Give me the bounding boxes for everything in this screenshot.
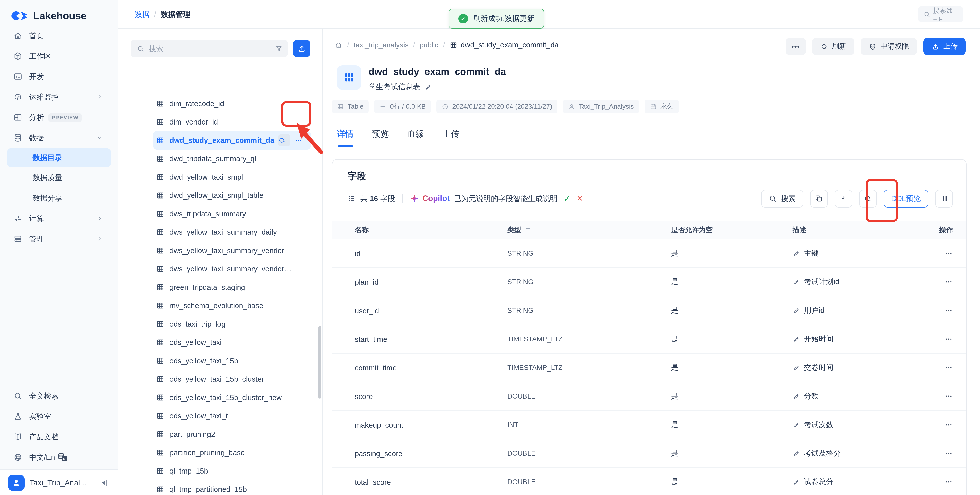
table-list-item[interactable]: dwd_yellow_taxi_smpl_table	[153, 186, 311, 205]
explorer-search-box[interactable]	[130, 40, 288, 57]
sidebar-item[interactable]: 工作区	[0, 46, 118, 66]
field-description: 交卷时间	[804, 363, 834, 372]
list-scrollbar-thumb[interactable]	[318, 326, 321, 399]
table-actions: ••• 刷新 申请权限 上传	[786, 38, 966, 55]
pencil-icon[interactable]	[793, 364, 800, 371]
table-list-item[interactable]: mv_schema_evolution_base	[153, 296, 311, 315]
pencil-icon[interactable]	[793, 336, 800, 343]
table-list-item[interactable]: ods_yellow_taxi_15b_cluster	[153, 370, 311, 388]
regenerate-description-button[interactable]	[278, 134, 290, 146]
table-list-item[interactable]: dws_yellow_taxi_summary_vendor…	[153, 260, 311, 278]
pencil-icon[interactable]	[793, 450, 800, 457]
row-more-dots-icon[interactable]	[944, 392, 953, 401]
row-more-dots-icon[interactable]	[944, 420, 953, 429]
table-list-item[interactable]: dim_vendor_id	[153, 113, 311, 131]
regenerate-descriptions-button[interactable]	[859, 189, 877, 207]
field-search-button[interactable]: 搜索	[761, 189, 803, 207]
table-grid-icon	[342, 71, 356, 84]
meta-chip: 永久	[644, 100, 679, 113]
pencil-icon[interactable]	[793, 421, 800, 428]
row-more-dots-icon[interactable]	[944, 306, 953, 315]
table-list-item[interactable]: ql_tmp_partitioned_15b	[153, 480, 311, 495]
pencil-icon[interactable]	[793, 279, 800, 285]
reject-suggestions-button[interactable]: ✕	[576, 194, 583, 203]
sidebar-footer-item[interactable]: 实验室	[0, 406, 118, 427]
tab[interactable]: 预览	[372, 129, 389, 147]
sidebar-footer-item[interactable]: 中文/En	[0, 447, 118, 468]
request-permission-button[interactable]: 申请权限	[861, 38, 917, 55]
sidebar-footer-item[interactable]: 全文检索	[0, 386, 118, 406]
table-list-item[interactable]: part_pruning2	[153, 425, 311, 444]
refresh-button[interactable]: 刷新	[812, 38, 854, 55]
pencil-icon[interactable]	[425, 83, 431, 91]
row-more-dots-icon[interactable]	[944, 363, 953, 372]
ddl-preview-button[interactable]: DDL预览	[883, 189, 928, 207]
breadcrumb: 数据 / 数据管理	[135, 0, 190, 29]
table-list-item[interactable]: dwd_study_exam_commit_da	[153, 131, 311, 150]
sort-lines-icon[interactable]	[525, 227, 531, 233]
sidebar-item[interactable]: 首页	[0, 25, 118, 46]
brand-logo[interactable]: Lakehouse	[0, 0, 118, 28]
table-list-item[interactable]: dws_tripdata_summary	[153, 205, 311, 223]
more-actions-button[interactable]: •••	[786, 38, 806, 55]
table-list-item[interactable]: ql_tmp_15b	[153, 462, 311, 480]
filter-funnel-icon[interactable]	[275, 45, 283, 52]
table-list-item[interactable]: green_tripdata_staging	[153, 278, 311, 296]
table-list-item[interactable]: dwd_tripdata_summary_ql	[153, 150, 311, 168]
home-icon[interactable]	[335, 41, 342, 49]
sidebar-item[interactable]: 数据	[0, 127, 118, 148]
table-list-item[interactable]: dws_yellow_taxi_summary_vendor	[153, 241, 311, 260]
table-list-item[interactable]: partition_pruning_base	[153, 444, 311, 462]
row-more-dots-icon[interactable]	[944, 278, 953, 286]
col-nullable: 是否允许为空	[671, 225, 793, 234]
column-settings-button[interactable]	[935, 189, 953, 207]
sidebar-item[interactable]: 数据质量	[0, 167, 118, 188]
table-list-item[interactable]: dim_ratecode_id	[153, 94, 311, 113]
sidebar-item[interactable]: 开发	[0, 66, 118, 87]
sidebar-item[interactable]: 计算	[0, 208, 118, 229]
tab[interactable]: 详情	[337, 129, 354, 147]
field-row: total_score DOUBLE 是 试卷总分	[332, 468, 966, 495]
sidebar-item[interactable]: 管理	[0, 229, 118, 249]
table-list-item[interactable]: ods_taxi_trip_log	[153, 315, 311, 333]
sidebar-item[interactable]: 运维监控	[0, 87, 118, 107]
collapse-sidebar-icon[interactable]	[100, 478, 109, 487]
more-dots-icon[interactable]	[294, 136, 303, 145]
table-list-item[interactable]: dwd_yellow_taxi_smpl	[153, 168, 311, 186]
table-list-item[interactable]: dws_yellow_taxi_summary_daily	[153, 223, 311, 241]
accept-suggestions-button[interactable]: ✓	[563, 194, 570, 203]
row-more-dots-icon[interactable]	[944, 249, 953, 258]
sidebar-item[interactable]: 分析 PREVIEW	[0, 107, 118, 127]
table-list-item[interactable]: ods_yellow_taxi_t	[153, 407, 311, 425]
workspace-user-bar[interactable]: Taxi_Trip_Anal...	[0, 470, 118, 495]
row-more-dots-icon[interactable]	[944, 477, 953, 486]
breadcrumb-catalog[interactable]: taxi_trip_analysis	[354, 41, 409, 49]
table-list-item[interactable]: ods_yellow_taxi_15b	[153, 352, 311, 370]
row-more-dots-icon[interactable]	[944, 449, 953, 458]
field-name: passing_score	[345, 449, 508, 457]
pencil-icon[interactable]	[793, 250, 800, 257]
breadcrumb-schema[interactable]: public	[420, 41, 438, 49]
table-meta-chips: Table 0行 / 0.0 KB 2024/01/22 20:20:04 (2…	[332, 100, 679, 113]
download-button[interactable]	[835, 189, 853, 207]
pencil-icon[interactable]	[793, 478, 800, 485]
sidebar-item-label: 工作区	[29, 51, 51, 61]
pencil-icon[interactable]	[793, 307, 800, 314]
explorer-search-input[interactable]	[148, 44, 272, 53]
global-search[interactable]: 搜索⌘ + F	[918, 6, 963, 22]
breadcrumb-parent[interactable]: 数据	[135, 10, 150, 19]
tab[interactable]: 上传	[442, 129, 460, 147]
tab[interactable]: 血缘	[407, 129, 424, 147]
sidebar-item[interactable]: 数据分享	[0, 188, 118, 208]
brand-name: Lakehouse	[33, 10, 86, 22]
explorer-upload-button[interactable]	[293, 40, 310, 57]
table-list-item[interactable]: ods_yellow_taxi_15b_cluster_new	[153, 388, 311, 407]
upload-button[interactable]: 上传	[923, 38, 966, 55]
copy-button[interactable]	[810, 189, 828, 207]
sidebar-item[interactable]: 数据目录	[7, 148, 111, 167]
row-more-dots-icon[interactable]	[944, 335, 953, 344]
pencil-icon[interactable]	[793, 393, 800, 400]
table-list-item[interactable]: ods_yellow_taxi	[153, 333, 311, 352]
success-toast: ✓ 刷新成功,数据更新	[449, 9, 544, 29]
sidebar-footer-item[interactable]: 产品文档	[0, 427, 118, 447]
